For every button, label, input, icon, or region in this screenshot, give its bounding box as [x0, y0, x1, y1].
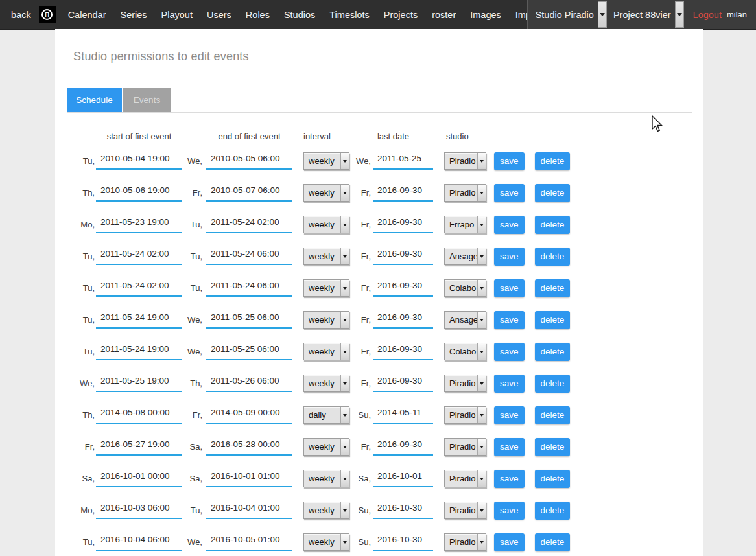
save-button[interactable]: save: [494, 375, 525, 393]
end-datetime-input[interactable]: 2011-05-26 06:00: [206, 375, 292, 392]
save-button[interactable]: save: [494, 152, 525, 170]
save-button[interactable]: save: [494, 502, 525, 520]
last-date-input[interactable]: 2016-09-30: [373, 438, 433, 456]
last-date-input[interactable]: 2016-10-01: [373, 470, 433, 487]
delete-button[interactable]: delete: [535, 248, 571, 266]
save-button[interactable]: save: [494, 533, 525, 551]
last-date-input[interactable]: 2016-09-30: [373, 184, 433, 202]
end-datetime-input[interactable]: 2011-05-24 06:00: [206, 279, 292, 297]
studio-select[interactable]: Piradio: [444, 502, 486, 519]
nav-menu-item[interactable]: Series: [113, 10, 154, 20]
start-datetime-input[interactable]: 2011-05-25 19:00: [96, 375, 182, 392]
nav-menu-item[interactable]: Studios: [277, 10, 322, 20]
studio-select[interactable]: Ansage: [444, 248, 486, 265]
nav-menu-item[interactable]: Timeslots: [322, 10, 377, 20]
studio-select[interactable]: Ansage: [444, 311, 486, 329]
delete-button[interactable]: delete: [535, 470, 571, 488]
delete-button[interactable]: delete: [535, 279, 571, 297]
studio-select[interactable]: Piradio: [444, 438, 486, 456]
delete-button[interactable]: delete: [535, 216, 571, 234]
tab-events[interactable]: Events: [123, 88, 171, 112]
last-date-input[interactable]: 2016-09-30: [373, 375, 433, 392]
last-date-input[interactable]: 2016-10-30: [373, 533, 433, 551]
start-datetime-input[interactable]: 2016-05-27 19:00: [96, 438, 182, 456]
studio-select[interactable]: Colabo: [444, 343, 486, 360]
interval-select[interactable]: daily: [303, 406, 349, 424]
interval-select[interactable]: weekly: [303, 502, 349, 519]
last-date-input[interactable]: 2016-09-30: [373, 311, 433, 329]
studio-select[interactable]: Piradio: [444, 470, 486, 487]
nav-menu-item[interactable]: Images: [463, 10, 508, 20]
end-datetime-input[interactable]: 2014-05-09 00:00: [206, 406, 292, 424]
back-link[interactable]: back: [11, 10, 31, 20]
interval-select[interactable]: weekly: [303, 343, 349, 360]
end-datetime-input[interactable]: 2011-05-24 02:00: [206, 216, 292, 233]
interval-select[interactable]: weekly: [303, 279, 349, 297]
last-date-input[interactable]: 2016-10-30: [373, 502, 433, 519]
logout-link[interactable]: Logout: [691, 10, 727, 20]
save-button[interactable]: save: [494, 406, 525, 424]
app-logo-icon[interactable]: ∏: [39, 6, 56, 23]
start-datetime-input[interactable]: 2011-05-24 02:00: [96, 279, 182, 297]
end-datetime-input[interactable]: 2011-05-25 06:00: [206, 311, 292, 329]
last-date-input[interactable]: 2014-05-11: [373, 406, 433, 424]
nav-menu-item[interactable]: Roles: [239, 10, 277, 20]
end-datetime-input[interactable]: 2016-10-04 01:00: [206, 502, 292, 519]
last-date-input[interactable]: 2016-09-30: [373, 248, 433, 265]
studio-select[interactable]: Frrapo: [444, 216, 486, 233]
save-button[interactable]: save: [494, 438, 525, 456]
start-datetime-input[interactable]: 2011-05-24 02:00: [96, 248, 182, 265]
delete-button[interactable]: delete: [535, 343, 571, 361]
save-button[interactable]: save: [494, 248, 525, 266]
studio-select[interactable]: Piradio: [444, 184, 486, 202]
delete-button[interactable]: delete: [535, 375, 571, 393]
studio-select[interactable]: Piradio: [444, 152, 486, 170]
interval-select[interactable]: weekly: [303, 470, 349, 487]
interval-select[interactable]: weekly: [303, 152, 349, 170]
save-button[interactable]: save: [494, 343, 525, 361]
save-button[interactable]: save: [494, 470, 525, 488]
studio-select[interactable]: Piradio: [444, 406, 486, 424]
save-button[interactable]: save: [494, 216, 525, 234]
start-datetime-input[interactable]: 2011-05-24 19:00: [96, 311, 182, 329]
end-datetime-input[interactable]: 2010-05-05 06:00: [206, 152, 292, 170]
last-date-input[interactable]: 2016-09-30: [373, 216, 433, 233]
interval-select[interactable]: weekly: [303, 533, 349, 551]
start-datetime-input[interactable]: 2011-05-24 19:00: [96, 343, 182, 360]
start-datetime-input[interactable]: 2016-10-04 06:00: [96, 533, 182, 551]
studio-select[interactable]: Piradio: [444, 533, 486, 551]
start-datetime-input[interactable]: 2016-10-03 06:00: [96, 502, 182, 519]
studio-select[interactable]: Colabo: [444, 279, 486, 297]
delete-button[interactable]: delete: [535, 311, 571, 329]
save-button[interactable]: save: [494, 184, 525, 202]
interval-select[interactable]: weekly: [303, 375, 349, 392]
end-datetime-input[interactable]: 2011-05-25 06:00: [206, 343, 292, 360]
nav-menu-item[interactable]: Projects: [377, 10, 425, 20]
studio-selector-dropdown-button[interactable]: [598, 1, 607, 28]
start-datetime-input[interactable]: 2010-05-06 19:00: [96, 184, 182, 202]
start-datetime-input[interactable]: 2011-05-23 19:00: [96, 216, 182, 233]
start-datetime-input[interactable]: 2016-10-01 00:00: [96, 470, 182, 487]
delete-button[interactable]: delete: [535, 152, 571, 170]
nav-menu-item[interactable]: Playout: [154, 10, 200, 20]
start-datetime-input[interactable]: 2010-05-04 19:00: [96, 152, 182, 170]
interval-select[interactable]: weekly: [303, 311, 349, 329]
project-selector[interactable]: Project 88vier: [613, 10, 675, 20]
delete-button[interactable]: delete: [535, 502, 571, 520]
delete-button[interactable]: delete: [535, 438, 571, 456]
last-date-input[interactable]: 2016-09-30: [373, 279, 433, 297]
end-datetime-input[interactable]: 2016-10-05 01:00: [206, 533, 292, 551]
tab-schedule[interactable]: Schedule: [67, 88, 122, 112]
end-datetime-input[interactable]: 2016-05-28 00:00: [206, 438, 292, 456]
interval-select[interactable]: weekly: [303, 438, 349, 456]
interval-select[interactable]: weekly: [303, 248, 349, 265]
delete-button[interactable]: delete: [535, 533, 571, 551]
last-date-input[interactable]: 2011-05-25: [373, 152, 433, 170]
last-date-input[interactable]: 2016-09-30: [373, 343, 433, 360]
nav-menu-item[interactable]: roster: [425, 10, 463, 20]
save-button[interactable]: save: [494, 311, 525, 329]
studio-select[interactable]: Piradio: [444, 375, 486, 392]
interval-select[interactable]: weekly: [303, 184, 349, 202]
nav-menu-item[interactable]: Calendar: [61, 10, 113, 20]
project-selector-dropdown-button[interactable]: [675, 1, 684, 28]
